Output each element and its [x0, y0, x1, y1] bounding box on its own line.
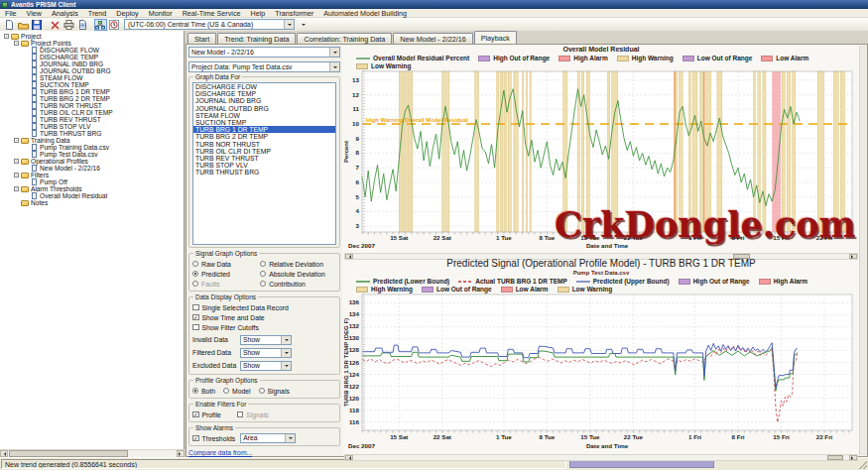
tree-item-suction-temp[interactable]: SUCTION TEMP [1, 81, 184, 88]
checkbox-thresholds[interactable]: ✓Thresholds [192, 433, 235, 443]
list-item-discharge-temp[interactable]: DISCHARGE TEMP [193, 90, 335, 97]
radio-button[interactable] [223, 388, 229, 394]
tree-item-pump-off[interactable]: Pump Off [1, 178, 184, 185]
model-dropdown[interactable]: New Model - 2/22/16 [188, 47, 340, 58]
checkbox[interactable]: ✓ [192, 435, 199, 442]
tree-item-project[interactable]: -Project [1, 33, 184, 40]
radio-signals[interactable]: Signals [259, 386, 290, 396]
menu-item-automated-model-building[interactable]: Automated Model Building [318, 9, 412, 18]
tree-item-turb-nor-thrust[interactable]: TURB NOR THRUST [1, 102, 184, 109]
excluded-data-dropdown[interactable]: Show [240, 361, 292, 371]
tree-item-filters[interactable]: -Filters [1, 172, 184, 178]
checkbox[interactable] [192, 324, 199, 331]
tree-item-turb-oil-clr-di-temp[interactable]: TURB OIL CLR DI TEMP [1, 109, 184, 116]
open-folder-icon[interactable] [17, 19, 30, 31]
checkbox[interactable] [192, 304, 199, 311]
radio-model[interactable]: Model [223, 386, 251, 396]
radio-absolute-deviation[interactable]: Absolute Deviation [260, 269, 336, 279]
tab-new-model-2-22-16[interactable]: New Model - 2/22/16 [393, 33, 472, 44]
list-item-journal-inbd-brg[interactable]: JOURNAL INBD BRG [193, 97, 335, 104]
chevron-down-icon[interactable] [284, 20, 294, 29]
report-icon[interactable] [76, 19, 89, 31]
filtered-data-dropdown[interactable]: Show [240, 348, 292, 358]
radio-relative-deviation[interactable]: Relative Deviation [260, 259, 336, 269]
tree-item-steam-flow[interactable]: STEAM FLOW [1, 74, 184, 81]
radio-button[interactable] [259, 388, 265, 394]
save-icon[interactable] [31, 19, 44, 31]
menu-item-transformer[interactable]: Transformer [270, 9, 318, 18]
list-item-turb-brg-1-dr-temp[interactable]: TURB BRG 1 DR TEMP [193, 126, 335, 133]
radio-button[interactable] [192, 388, 198, 394]
tree-item-pump-training-data-csv[interactable]: Pump Training Data.csv [1, 144, 184, 151]
list-item-turb-rev-thrust[interactable]: TURB REV THRUST [193, 155, 335, 162]
chevron-down-icon[interactable] [329, 48, 339, 57]
tree-item-discharge-flow[interactable]: DISCHARGE FLOW [1, 47, 184, 54]
chevron-down-icon[interactable] [285, 434, 295, 442]
radio-button[interactable] [260, 271, 266, 277]
new-document-icon[interactable] [3, 19, 16, 31]
checkbox-signals[interactable]: Signals [237, 410, 269, 419]
tree-item-turb-brg-2-dr-temp[interactable]: TURB BRG 2 DR TEMP [1, 95, 184, 102]
list-item-turb-thrust-brg[interactable]: TURB THRUST BRG [193, 169, 335, 176]
radio-raw-data[interactable]: Raw Data [192, 259, 260, 269]
tree-item-new-model-2-22-16[interactable]: New Model - 2/22/16 [1, 165, 184, 172]
chevron-down-icon[interactable] [329, 62, 339, 71]
list-item-turb-nor-thrust[interactable]: TURB NOR THRUST [193, 141, 335, 148]
collapse-icon[interactable]: - [14, 159, 19, 164]
tree-horizontal-scrollbar[interactable] [0, 449, 185, 457]
menu-item-monitor[interactable]: Monitor [144, 9, 178, 18]
print-icon[interactable] [62, 19, 75, 31]
radio-button[interactable] [260, 261, 266, 267]
tree-item-turb-stop-vlv[interactable]: TURB STOP VLV [1, 123, 184, 130]
checkbox-profile[interactable]: ✓Profile [192, 410, 221, 419]
realtime-clock-icon[interactable] [108, 19, 121, 31]
list-item-turb-stop-vlv[interactable]: TURB STOP VLV [193, 162, 335, 169]
invalid-data-dropdown[interactable]: Show [240, 335, 292, 345]
list-item-suction-temp[interactable]: SUCTION TEMP [193, 119, 335, 126]
checkbox-single-selected-data-record[interactable]: Single Selected Data Record [192, 302, 336, 312]
bottom-chart-horizontal-scrollbar[interactable] [344, 454, 858, 461]
collapse-icon[interactable]: - [4, 34, 9, 39]
list-item-turb-oil-clr-di-temp[interactable]: TURB OIL CLR DI TEMP [193, 148, 335, 155]
checkbox-show-time-and-date[interactable]: ✓Show Time and Date [192, 312, 336, 322]
tree-item-notes[interactable]: Notes [1, 199, 184, 206]
tree-item-turb-thrust-brg[interactable]: TURB THRUST BRG [1, 130, 184, 137]
tab-correlation-training-data[interactable]: Correlation: Training Data [297, 33, 392, 44]
chevron-down-icon[interactable] [281, 336, 291, 344]
list-item-turb-brg-2-dr-temp[interactable]: TURB BRG 2 DR TEMP [193, 133, 335, 140]
tree-item-turb-brg-1-dr-temp[interactable]: TURB BRG 1 DR TEMP [1, 88, 184, 95]
tab-playback[interactable]: Playback [474, 31, 517, 44]
resize-grip[interactable] [858, 460, 867, 469]
tree-item-operational-profiles[interactable]: -Operational Profiles [1, 158, 184, 165]
list-item-journal-outbd-brg[interactable]: JOURNAL OUTBD BRG [193, 105, 335, 112]
list-item-discharge-flow[interactable]: DISCHARGE FLOW [193, 83, 335, 90]
compare-data-link[interactable]: Compare data from... [188, 449, 252, 456]
chevron-down-icon[interactable] [281, 349, 291, 357]
radio-button[interactable] [192, 261, 198, 267]
menu-item-help[interactable]: Help [246, 9, 271, 18]
radio-both[interactable]: Both [192, 386, 215, 396]
tree-item-alarm-thresholds[interactable]: -Alarm Thresholds [1, 185, 184, 192]
timezone-dropdown-button[interactable] [299, 19, 308, 30]
tree-item-training-data[interactable]: -Training Data [1, 137, 184, 144]
collapse-icon[interactable]: - [14, 41, 19, 46]
checkbox[interactable] [237, 411, 244, 418]
tree-item-overall-model-residual[interactable]: Overall Model Residual [1, 192, 184, 199]
tab-start[interactable]: Start [187, 33, 216, 44]
radio-button[interactable] [260, 281, 266, 287]
tree-item-turb-rev-thrust[interactable]: TURB REV THRUST [1, 116, 184, 123]
tree-item-journal-inbd-brg[interactable]: JOURNAL INBD BRG [1, 60, 184, 67]
graph-data-listbox[interactable]: DISCHARGE FLOWDISCHARGE TEMPJOURNAL INBD… [192, 82, 336, 245]
thresholds-style-dropdown[interactable]: Area [240, 433, 296, 443]
radio-button[interactable] [192, 271, 198, 277]
predicted-signal-plot[interactable]: 11611812012212412612813013213413615 Sat2… [342, 293, 857, 453]
radio-contribution[interactable]: Contribution [260, 279, 336, 289]
menu-item-real-time-service[interactable]: Real-Time Service [178, 9, 246, 18]
tab-trend-training-data[interactable]: Trend: Training Data [217, 33, 296, 44]
checkbox[interactable]: ✓ [192, 411, 199, 418]
radio-button[interactable] [192, 281, 198, 287]
timezone-combobox[interactable]: (UTC-06:00) Central Time (US & Canada) [124, 19, 295, 30]
tree-item-project-points[interactable]: -Project Points [1, 40, 184, 47]
collapse-icon[interactable]: - [14, 138, 19, 143]
checkbox-show-filter-cutoffs[interactable]: Show Filter Cutoffs [192, 322, 336, 332]
